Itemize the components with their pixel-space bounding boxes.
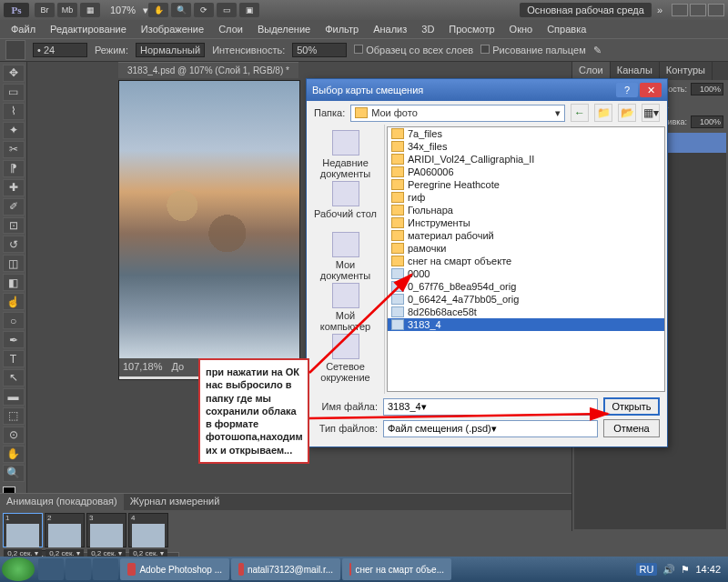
folder-item[interactable]: Инструменты: [388, 216, 664, 229]
tab-layers[interactable]: Слои: [572, 62, 611, 80]
wand-tool[interactable]: ✦: [3, 122, 25, 139]
start-button[interactable]: [2, 557, 35, 581]
workspace-more-icon[interactable]: »: [657, 5, 662, 15]
folder-item[interactable]: материал рабочий: [388, 229, 664, 242]
places-item[interactable]: Сетевое окружение: [311, 334, 380, 383]
tab-paths[interactable]: Контуры: [660, 62, 713, 80]
language-indicator[interactable]: RU: [636, 563, 658, 576]
folder-item[interactable]: Гюльнара: [388, 204, 664, 216]
new-folder-button[interactable]: 📂: [618, 104, 636, 122]
filename-field[interactable]: 3183_4▾: [383, 398, 598, 416]
stamp-tool[interactable]: ⊡: [3, 217, 25, 235]
folder-combo[interactable]: Мои фото▾: [350, 105, 565, 122]
dodge-tool[interactable]: ○: [3, 312, 25, 329]
sample-all-layers-checkbox[interactable]: Образец со всех слоев: [354, 45, 473, 55]
menu-window[interactable]: Окно: [504, 22, 539, 36]
file-item[interactable]: 0_67f76_b8ea954d_orig: [388, 280, 664, 293]
tablet-pressure-icon[interactable]: ✎: [593, 45, 602, 56]
clock[interactable]: 14:42: [695, 564, 721, 575]
crop-tool[interactable]: ✂: [3, 141, 25, 158]
mini-bridge-icon[interactable]: Mb: [57, 3, 77, 17]
fill-field[interactable]: 100%: [691, 115, 723, 128]
opacity-field[interactable]: 100%: [691, 83, 723, 95]
canvas[interactable]: [119, 81, 299, 358]
tab-log[interactable]: Журнал измерений: [124, 494, 227, 510]
brush-tool[interactable]: ✐: [3, 198, 25, 216]
folder-item[interactable]: 7a_files: [388, 127, 664, 140]
bridge-icon[interactable]: Br: [35, 3, 55, 17]
menu-image[interactable]: Изображение: [136, 22, 209, 36]
pinned-app[interactable]: [93, 558, 118, 580]
move-tool[interactable]: ✥: [3, 65, 25, 82]
dialog-titlebar[interactable]: Выбор карты смещения ? ✕: [307, 79, 667, 101]
type-tool[interactable]: T: [3, 350, 25, 367]
menu-filter[interactable]: Фильтр: [319, 22, 364, 36]
dialog-close-button[interactable]: ✕: [640, 83, 662, 97]
eraser-tool[interactable]: ◫: [3, 255, 25, 272]
system-tray[interactable]: RU 🔊 ⚑ 14:42: [636, 563, 726, 576]
arrange-docs-icon[interactable]: ▭: [217, 3, 237, 17]
pinned-app[interactable]: [66, 558, 91, 580]
tray-icon[interactable]: 🔊: [662, 564, 675, 576]
blend-mode-select[interactable]: Нормальный: [136, 43, 205, 57]
maximize-button[interactable]: [690, 4, 706, 16]
zoom-tool[interactable]: 🔍: [3, 465, 25, 482]
pinned-app[interactable]: [38, 558, 64, 580]
cancel-button[interactable]: Отмена: [603, 419, 660, 437]
tray-icon[interactable]: ⚑: [681, 564, 690, 576]
open-button[interactable]: Открыть: [603, 397, 660, 416]
eyedropper-tool[interactable]: ⁋: [3, 160, 25, 177]
heal-tool[interactable]: ✚: [3, 179, 25, 196]
taskbar-task[interactable]: natali73123@mail.r...: [231, 558, 340, 580]
animation-frame[interactable]: 40,2 сек. ▾: [128, 513, 168, 547]
places-item[interactable]: Рабочий стол: [311, 181, 380, 230]
3d-tool[interactable]: ⬚: [3, 407, 25, 425]
folder-item[interactable]: Peregrine Heathcote: [388, 178, 664, 191]
places-item[interactable]: Мой компьютер: [311, 283, 380, 332]
menu-view[interactable]: Просмотр: [443, 22, 500, 36]
back-button[interactable]: ←: [571, 104, 589, 122]
file-item[interactable]: 0000: [388, 267, 664, 280]
taskbar-task[interactable]: снег на смарт объе...: [342, 558, 451, 580]
animation-frame[interactable]: 10,2 сек. ▾: [3, 513, 43, 547]
folder-item[interactable]: ARIDI_Vol24_Calligraphia_II: [388, 153, 664, 166]
folder-item[interactable]: гиф: [388, 191, 664, 204]
places-item[interactable]: Мои документы: [311, 232, 380, 281]
current-tool-icon[interactable]: [5, 40, 25, 60]
filetype-combo[interactable]: Файл смещения (.psd)▾: [383, 420, 598, 437]
3d-camera-tool[interactable]: ⊙: [3, 426, 25, 444]
doc-info[interactable]: До: [171, 361, 184, 374]
workspace-switcher[interactable]: Основная рабочая среда: [520, 3, 652, 17]
brush-preset[interactable]: • 24: [33, 43, 87, 57]
folder-item[interactable]: снег на смарт объекте: [388, 255, 664, 267]
menu-file[interactable]: Файл: [5, 22, 41, 36]
document-tab[interactable]: 3183_4.psd @ 107% (Слой 1, RGB/8) *: [118, 62, 298, 78]
smudge-tool[interactable]: ☝: [3, 293, 25, 310]
file-list[interactable]: 7a_files34x_filesARIDI_Vol24_Calligraphi…: [387, 126, 665, 392]
tab-channels[interactable]: Каналы: [611, 62, 660, 80]
tab-animation[interactable]: Анимация (покадровая): [0, 494, 124, 510]
menu-analysis[interactable]: Анализ: [368, 22, 412, 36]
folder-item[interactable]: рамочки: [388, 242, 664, 255]
places-item[interactable]: Недавние документы: [311, 130, 380, 179]
menu-select[interactable]: Выделение: [252, 22, 316, 36]
menu-help[interactable]: Справка: [541, 22, 592, 36]
history-brush-tool[interactable]: ↺: [3, 236, 25, 253]
folder-item[interactable]: 34x_files: [388, 140, 664, 153]
pen-tool[interactable]: ✒: [3, 331, 25, 348]
menu-layer[interactable]: Слои: [213, 22, 248, 36]
hand-icon[interactable]: ✋: [148, 3, 168, 17]
lasso-tool[interactable]: ⌇: [3, 103, 25, 120]
finger-painting-checkbox[interactable]: Рисование пальцем: [480, 45, 586, 55]
gradient-tool[interactable]: ◧: [3, 274, 25, 291]
menu-3d[interactable]: 3D: [416, 22, 440, 36]
animation-frame[interactable]: 30,2 сек. ▾: [86, 513, 126, 547]
rotate-view-icon[interactable]: ⟳: [194, 3, 214, 17]
view-menu-button[interactable]: ▦▾: [642, 104, 660, 122]
animation-frame[interactable]: 20,2 сек. ▾: [45, 513, 85, 547]
path-tool[interactable]: ↖: [3, 369, 25, 386]
dialog-help-button[interactable]: ?: [616, 83, 638, 97]
doc-zoom[interactable]: 107,18%: [123, 361, 162, 374]
file-item[interactable]: 8d26b68ace58t: [388, 306, 664, 318]
file-item[interactable]: 3183_4: [388, 318, 664, 331]
